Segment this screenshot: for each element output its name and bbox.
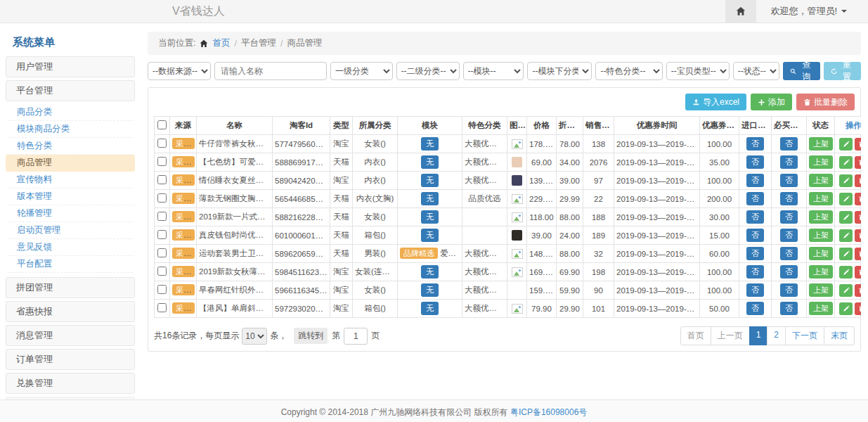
must-buy-toggle[interactable]: 否 <box>780 210 798 224</box>
delete-button[interactable] <box>855 193 861 205</box>
sidebar-item-用户管理[interactable]: 用户管理 <box>6 56 135 77</box>
must-buy-toggle[interactable]: 否 <box>780 265 798 279</box>
module-none-badge[interactable]: 无 <box>421 137 439 151</box>
sidebar-subitem-版本管理[interactable]: 版本管理 <box>6 188 135 205</box>
query-button[interactable]: 查询 <box>783 62 820 80</box>
row-checkbox[interactable] <box>157 157 167 166</box>
goods-name-input[interactable] <box>214 62 327 80</box>
breadcrumb-home-link[interactable]: 首页 <box>212 37 230 49</box>
sidebar-subitem-轮播管理[interactable]: 轮播管理 <box>6 205 135 222</box>
delete-button[interactable] <box>855 211 861 224</box>
must-buy-toggle[interactable]: 否 <box>780 137 798 151</box>
import-excel-button[interactable]: 导入excel <box>685 94 746 110</box>
module-none-badge[interactable]: 无 <box>421 302 439 315</box>
module-none-badge[interactable]: 无 <box>421 210 439 224</box>
row-checkbox[interactable] <box>157 267 167 276</box>
row-checkbox[interactable] <box>157 285 167 294</box>
sidebar-subitem-特色分类[interactable]: 特色分类 <box>6 138 135 155</box>
edit-button[interactable] <box>839 229 853 242</box>
import-select-toggle[interactable]: 否 <box>746 210 764 224</box>
sidebar-subitem-宣传物料[interactable]: 宣传物料 <box>6 172 135 188</box>
filter-level2-select[interactable]: --二级分类-- <box>396 62 460 80</box>
status-on-shelf-button[interactable]: 上架 <box>809 210 833 224</box>
status-on-shelf-button[interactable]: 上架 <box>809 229 833 242</box>
sidebar-item-平台管理[interactable]: 平台管理 <box>6 80 135 101</box>
user-dropdown[interactable]: 欢迎您，管理员! <box>756 5 868 18</box>
delete-button[interactable] <box>855 156 861 169</box>
home-button[interactable] <box>725 0 756 23</box>
per-page-select[interactable]: 10 <box>242 328 267 345</box>
module-none-badge[interactable]: 无 <box>421 192 439 205</box>
import-select-toggle[interactable]: 否 <box>746 302 764 315</box>
delete-button[interactable] <box>855 266 861 279</box>
status-on-shelf-button[interactable]: 上架 <box>809 137 833 151</box>
module-none-badge[interactable]: 无 <box>421 174 439 187</box>
filter-module-sub-select[interactable]: --模块下分类-- <box>527 62 592 80</box>
edit-button[interactable] <box>839 138 853 151</box>
sidebar-subitem-平台配置[interactable]: 平台配置 <box>6 256 135 273</box>
jump-page-input[interactable] <box>344 328 368 345</box>
import-select-toggle[interactable]: 否 <box>746 247 764 260</box>
must-buy-toggle[interactable]: 否 <box>780 192 798 205</box>
edit-button[interactable] <box>839 174 853 187</box>
must-buy-toggle[interactable]: 否 <box>780 174 798 187</box>
status-on-shelf-button[interactable]: 上架 <box>809 283 833 297</box>
row-checkbox[interactable] <box>157 193 167 203</box>
delete-button[interactable] <box>855 302 861 315</box>
sidebar-item-消息管理[interactable]: 消息管理 <box>6 325 135 346</box>
status-on-shelf-button[interactable]: 上架 <box>809 247 833 260</box>
sidebar-subitem-商品管理[interactable]: 商品管理 <box>6 155 135 172</box>
row-checkbox[interactable] <box>157 175 167 184</box>
sidebar-subitem-模块商品分类[interactable]: 模块商品分类 <box>6 121 135 138</box>
import-select-toggle[interactable]: 否 <box>746 155 764 169</box>
sidebar-subitem-商品分类[interactable]: 商品分类 <box>6 104 135 121</box>
page-button-下一页[interactable]: 下一页 <box>785 326 824 345</box>
module-none-badge[interactable]: 无 <box>421 229 439 242</box>
must-buy-toggle[interactable]: 否 <box>780 283 798 297</box>
status-on-shelf-button[interactable]: 上架 <box>809 302 833 315</box>
filter-data-source-select[interactable]: --数据来源-- <box>148 62 211 80</box>
row-checkbox[interactable] <box>157 230 167 239</box>
import-select-toggle[interactable]: 否 <box>746 137 764 151</box>
import-select-toggle[interactable]: 否 <box>746 174 764 187</box>
sidebar-subitem-启动页管理[interactable]: 启动页管理 <box>6 222 135 239</box>
import-select-toggle[interactable]: 否 <box>746 265 764 279</box>
page-button-首页[interactable]: 首页 <box>680 326 711 345</box>
sidebar-item-拼团管理[interactable]: 拼团管理 <box>6 277 135 298</box>
import-select-toggle[interactable]: 否 <box>746 229 764 242</box>
sidebar-item-兑换管理[interactable]: 兑换管理 <box>6 373 135 394</box>
row-checkbox[interactable] <box>157 212 167 221</box>
must-buy-toggle[interactable]: 否 <box>780 229 798 242</box>
import-select-toggle[interactable]: 否 <box>746 283 764 297</box>
edit-button[interactable] <box>839 284 853 297</box>
must-buy-toggle[interactable]: 否 <box>780 302 798 315</box>
row-checkbox[interactable] <box>157 248 167 257</box>
page-button-上一页[interactable]: 上一页 <box>711 326 750 345</box>
row-checkbox[interactable] <box>157 139 167 148</box>
must-buy-toggle[interactable]: 否 <box>780 155 798 169</box>
delete-button[interactable] <box>855 174 861 187</box>
filter-level1-select[interactable]: 一级分类 <box>330 62 393 80</box>
edit-button[interactable] <box>839 156 853 169</box>
page-button-1[interactable]: 1 <box>749 326 768 345</box>
delete-button[interactable] <box>855 138 861 151</box>
status-on-shelf-button[interactable]: 上架 <box>809 192 833 205</box>
filter-feature-select[interactable]: --特色分类-- <box>595 62 662 80</box>
edit-button[interactable] <box>839 211 853 224</box>
edit-button[interactable] <box>839 193 853 205</box>
filter-status-select[interactable]: --状态-- <box>733 62 780 80</box>
row-checkbox[interactable] <box>157 303 167 312</box>
status-on-shelf-button[interactable]: 上架 <box>809 265 833 279</box>
sidebar-item-省惠快报[interactable]: 省惠快报 <box>6 301 135 322</box>
page-button-末页[interactable]: 末页 <box>824 326 855 345</box>
sidebar-subitem-意见反馈[interactable]: 意见反馈 <box>6 239 135 256</box>
delete-button[interactable] <box>855 248 861 260</box>
reset-button[interactable]: 重置 <box>824 62 861 80</box>
filter-item-type-select[interactable]: --宝贝类型-- <box>666 62 730 80</box>
select-all-checkbox[interactable] <box>157 120 167 129</box>
page-button-2[interactable]: 2 <box>767 326 786 345</box>
module-none-badge[interactable]: 无 <box>421 283 439 297</box>
module-none-badge[interactable]: 无 <box>421 265 439 279</box>
edit-button[interactable] <box>839 248 853 260</box>
must-buy-toggle[interactable]: 否 <box>780 247 798 260</box>
